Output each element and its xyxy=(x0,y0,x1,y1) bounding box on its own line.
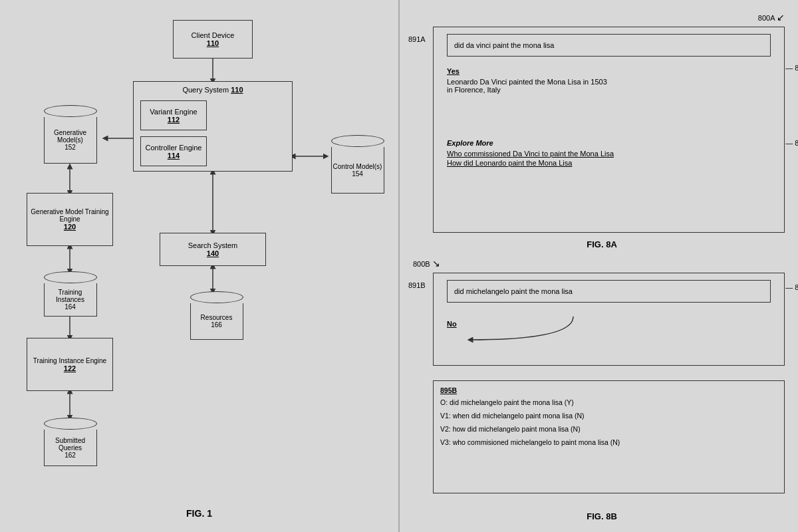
fig8-diagram: 800A ↙ 891A did da vinci paint the mona … xyxy=(406,7,791,525)
training-instances-cylinder: Training Instances 164 xyxy=(39,271,102,317)
fig1-panel: Client Device 110 Query System 110 Varia… xyxy=(0,0,400,532)
generative-models-cylinder: Generative Model(s) 152 xyxy=(39,105,102,164)
ref-895b: 895B xyxy=(440,386,777,394)
fig8a-link2[interactable]: How did Leonardo paint the Mona Lisa xyxy=(447,159,751,167)
fig8a-link1[interactable]: Who commissioned Da Vinci to paint the M… xyxy=(447,150,751,158)
fig8b-training-box: 895B O: did michelangelo paint the mona … xyxy=(433,380,785,493)
fig8b-box: 891B did michelangelo paint the mona lis… xyxy=(433,273,785,366)
search-system-box: Search System 140 xyxy=(160,233,266,266)
fig1-diagram: Client Device 110 Query System 110 Varia… xyxy=(7,7,392,525)
ref-892a: — 892A xyxy=(785,64,798,72)
ref-800a: 800A ↙ xyxy=(758,12,785,23)
ref-893a: — 893A xyxy=(785,139,798,147)
v3-line: V3: who commisioned michelangelo to pain… xyxy=(440,438,777,446)
resources-cylinder: Resources 166 xyxy=(185,291,248,340)
gen-model-training-box: Generative Model Training Engine 120 xyxy=(27,193,113,246)
ref-892b: — 892B xyxy=(785,283,798,291)
controller-engine-box: Controller Engine 114 xyxy=(140,136,207,166)
submitted-queries-cylinder: Submitted Queries 162 xyxy=(39,418,102,466)
explore-more-label: Explore More xyxy=(447,139,751,147)
fig8b-query-box: did michelangelo paint the mona lisa xyxy=(447,280,771,303)
fig1-label: FIG. 1 xyxy=(186,508,212,519)
yes-label: Yes xyxy=(447,67,751,75)
fig8-panel: 800A ↙ 891A did da vinci paint the mona … xyxy=(400,0,798,532)
variant-engine-box: Variant Engine 112 xyxy=(140,100,207,130)
fig8b-label: FIG. 8B xyxy=(587,511,617,521)
v2-line: V2: how did michelangelo paint mona lisa… xyxy=(440,425,777,433)
fig8a-box: 891A did da vinci paint the mona lisa — … xyxy=(433,27,785,233)
ref-891a: 891A xyxy=(408,35,426,43)
client-device-box: Client Device 110 xyxy=(173,20,253,59)
query-system-box: Query System 110 Variant Engine 112 Cont… xyxy=(133,81,293,172)
fig8a-query-box: did da vinci paint the mona lisa xyxy=(447,34,771,57)
training-instance-engine-box: Training Instance Engine 122 xyxy=(27,338,113,391)
control-models-cylinder: Control Model(s) 154 xyxy=(326,135,389,194)
fig8a-label: FIG. 8A xyxy=(587,239,617,249)
ref-800b: 800B ↘ xyxy=(413,258,440,269)
o-line: O: did michelangelo paint the mona lisa … xyxy=(440,398,777,406)
ref-891b: 891B xyxy=(408,281,426,289)
answer-text: Leonardo Da Vinci painted the Mona Lisa … xyxy=(447,78,751,94)
v1-line: V1: when did michelangelo paint mona lis… xyxy=(440,412,777,420)
